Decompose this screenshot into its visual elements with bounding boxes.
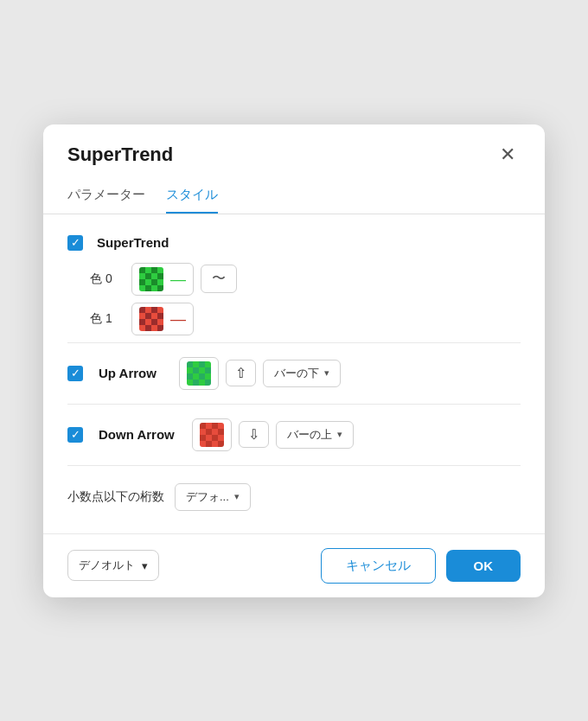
- tab-bar: パラメーター スタイル: [43, 180, 545, 214]
- down-arrow-swatch: [200, 423, 224, 447]
- check-icon-up: ✓: [71, 367, 80, 379]
- up-arrow-label: Up Arrow: [99, 366, 157, 380]
- up-arrow-position-label: バーの下: [274, 366, 319, 381]
- color1-swatch-group[interactable]: —: [131, 303, 194, 335]
- color0-swatch-group[interactable]: —: [131, 263, 194, 296]
- color0-row: 色 0 — 〜: [90, 263, 521, 296]
- up-arrow-checkbox[interactable]: ✓: [67, 366, 83, 381]
- wave-icon: 〜: [212, 271, 226, 285]
- chevron-down-icon2: ▾: [337, 429, 342, 440]
- color1-swatch: [139, 307, 163, 331]
- check-icon: ✓: [71, 237, 80, 248]
- decimal-dropdown[interactable]: デフォ... ▾: [175, 483, 251, 511]
- supertrend-label: SuperTrend: [97, 235, 169, 250]
- close-button[interactable]: ✕: [495, 144, 521, 166]
- color0-line-icon: —: [170, 271, 186, 287]
- divider2: [67, 404, 521, 405]
- down-arrow-icon-button[interactable]: ⇩: [239, 421, 269, 448]
- up-arrow-position-dropdown[interactable]: バーの下 ▾: [263, 360, 341, 387]
- down-arrow-icon: ⇩: [248, 427, 259, 442]
- ok-button[interactable]: OK: [446, 550, 521, 582]
- supertrend-checkbox[interactable]: ✓: [67, 235, 83, 251]
- color1-line-icon: —: [170, 311, 186, 327]
- divider3: [67, 465, 521, 466]
- chevron-down-icon: ▾: [324, 367, 329, 379]
- color0-swatch: [139, 267, 163, 291]
- decimal-value: デフォ...: [186, 489, 229, 505]
- up-arrow-icon: ⇧: [235, 366, 246, 380]
- decimal-label: 小数点以下の桁数: [67, 489, 164, 505]
- color1-row: 色 1 —: [90, 303, 521, 335]
- default-label: デノオルト: [79, 558, 135, 573]
- chevron-down-icon4: ▾: [142, 559, 148, 572]
- decimal-row: 小数点以下の桁数 デフォ... ▾: [67, 473, 521, 518]
- color1-label: 色 1: [90, 311, 125, 327]
- color0-label: 色 0: [90, 271, 125, 287]
- footer: デノオルト ▾ キャンセル OK: [43, 533, 545, 597]
- up-arrow-icon-button[interactable]: ⇧: [226, 360, 256, 386]
- down-arrow-position-dropdown[interactable]: バーの上 ▾: [276, 421, 354, 449]
- footer-left: デノオルト ▾: [67, 550, 159, 581]
- down-arrow-checkbox[interactable]: ✓: [67, 427, 83, 443]
- check-icon-down: ✓: [71, 429, 80, 440]
- supertrend-section-header: ✓ SuperTrend: [67, 230, 521, 256]
- default-dropdown-button[interactable]: デノオルト ▾: [67, 550, 159, 581]
- down-arrow-section: ✓ Down Arrow ⇩ バーの上 ▾: [67, 412, 521, 458]
- up-arrow-section: ✓ Up Arrow ⇧ バーの下 ▾: [67, 350, 521, 397]
- supertrend-dialog: SuperTrend ✕ パラメーター スタイル ✓ SuperTrend 色 …: [43, 124, 545, 597]
- content-area: ✓ SuperTrend 色 0 — 〜 色 1 —: [43, 214, 545, 533]
- dialog-header: SuperTrend ✕: [43, 124, 545, 180]
- down-arrow-swatch-group[interactable]: [192, 418, 232, 451]
- tab-style[interactable]: スタイル: [166, 180, 218, 214]
- chevron-down-icon3: ▾: [234, 491, 240, 502]
- up-arrow-swatch: [187, 361, 211, 386]
- up-arrow-swatch-group[interactable]: [179, 357, 219, 390]
- divider1: [67, 342, 521, 343]
- tab-parameters[interactable]: パラメーター: [67, 180, 145, 214]
- down-arrow-label: Down Arrow: [99, 427, 175, 442]
- cancel-button[interactable]: キャンセル: [321, 548, 436, 584]
- color0-wave-button[interactable]: 〜: [201, 265, 237, 293]
- dialog-title: SuperTrend: [67, 144, 173, 166]
- down-arrow-position-label: バーの上: [287, 427, 332, 443]
